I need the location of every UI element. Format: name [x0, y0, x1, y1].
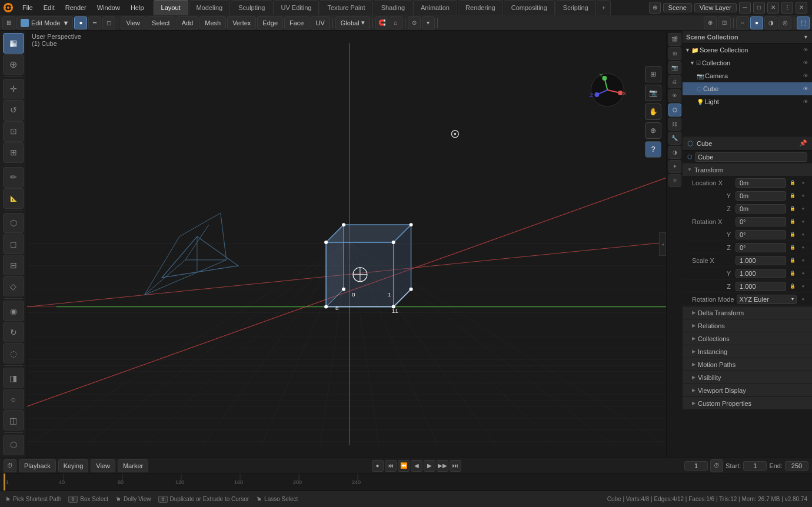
outliner-collection[interactable]: ▼ ☑ Collection 👁	[683, 56, 812, 69]
menu-file[interactable]: File	[18, 1, 38, 15]
start-frame[interactable]: 1	[743, 461, 767, 471]
cube-visibility[interactable]: 👁	[801, 85, 810, 93]
timeline-view-menu[interactable]: View	[91, 459, 115, 472]
snap-options[interactable]: ⌂	[390, 16, 402, 29]
timeline-clock[interactable]: ⏱	[710, 459, 723, 472]
mesh-menu[interactable]: Mesh	[199, 16, 226, 29]
viewport-icon-grid[interactable]: ⊞	[645, 66, 661, 82]
jump-to-start[interactable]: ⏮	[385, 460, 397, 472]
tool-extrude[interactable]: ⬡	[3, 435, 24, 455]
mesh-select-edge[interactable]: ━	[88, 16, 101, 29]
props-icon-render-layers[interactable]: ⊞	[668, 47, 681, 60]
layout-settings[interactable]: ⋮	[781, 2, 793, 14]
scale-x-value[interactable]: 1.000	[736, 256, 786, 265]
tool-move[interactable]: ✛	[3, 79, 24, 99]
scale-x-lock[interactable]: 🔒	[788, 256, 797, 265]
rotation-y-dot[interactable]: ●	[799, 231, 807, 239]
tool-smooth[interactable]: ◌	[3, 343, 24, 363]
props-icon-object[interactable]: ⬡	[668, 104, 681, 116]
shading-rendered[interactable]: ◎	[778, 16, 791, 29]
tab-scripting[interactable]: Scripting	[555, 0, 596, 15]
props-icon-scene[interactable]: 🎬	[668, 33, 681, 46]
scale-z-dot[interactable]: ●	[799, 282, 807, 291]
timeline-type-selector[interactable]: ⏱	[4, 459, 16, 472]
current-frame[interactable]: 1	[684, 461, 708, 471]
outliner-scene-collection[interactable]: ▼ 📁 Scene Collection 👁	[683, 44, 812, 56]
scene-collection-visibility[interactable]: 👁	[801, 46, 810, 54]
shading-material[interactable]: ◑	[764, 16, 777, 29]
menu-render[interactable]: Render	[61, 1, 91, 15]
tool-knife[interactable]: ◇	[3, 276, 24, 296]
viewport[interactable]: 0 1 8 11 X Y Z	[27, 31, 666, 458]
mesh-select-vertex[interactable]: ●	[74, 16, 87, 29]
scale-z-value[interactable]: 1.000	[736, 282, 786, 291]
blender-logo[interactable]	[2, 2, 14, 14]
rotation-y-lock[interactable]: 🔒	[788, 231, 797, 239]
face-menu[interactable]: Face	[284, 16, 309, 29]
props-icon-modifiers[interactable]: 🔧	[668, 132, 681, 145]
viewport-overlays[interactable]: ⊕	[704, 16, 717, 29]
view-menu[interactable]: View	[121, 16, 145, 29]
location-z-lock[interactable]: 🔒	[788, 205, 797, 213]
add-menu[interactable]: Add	[177, 16, 199, 29]
shading-solid[interactable]: ●	[750, 16, 763, 29]
tool-rip[interactable]: ◫	[3, 410, 24, 431]
rotation-x-lock[interactable]: 🔒	[788, 218, 797, 226]
motion-paths-section[interactable]: ▶ Motion Paths	[683, 358, 812, 371]
location-y-value[interactable]: 0m	[736, 191, 786, 201]
props-icon-output[interactable]: 🖨	[668, 75, 681, 88]
edge-menu[interactable]: Edge	[257, 16, 283, 29]
tool-scale[interactable]: ⊡	[3, 121, 24, 142]
window-close2[interactable]: ✕	[796, 2, 807, 14]
location-x-dot[interactable]: ●	[799, 179, 807, 187]
tool-loop-cut[interactable]: ⊟	[3, 255, 24, 275]
location-y-lock[interactable]: 🔒	[788, 192, 797, 200]
outliner-camera[interactable]: 📷 Camera 👁	[683, 69, 812, 82]
tool-annotate[interactable]: ✏	[3, 167, 24, 188]
relations-section[interactable]: ▶ Relations	[683, 319, 812, 332]
menu-help[interactable]: Help	[126, 1, 149, 15]
play-button[interactable]: ▶	[424, 460, 435, 472]
shading-wireframe[interactable]: ○	[736, 16, 749, 29]
mode-selector[interactable]: Edit Mode ▼	[16, 16, 73, 29]
select-menu[interactable]: Select	[147, 16, 175, 29]
rotation-y-value[interactable]: 0°	[736, 230, 786, 239]
xray-toggle[interactable]: ⬚	[797, 16, 810, 29]
step-back-keyframe[interactable]: ⏪	[398, 460, 410, 472]
viewport-expand-toggle[interactable]: ◂	[659, 232, 666, 256]
viewport-selector[interactable]: ⊞	[2, 16, 15, 29]
tab-sculpting[interactable]: Sculpting	[231, 0, 272, 15]
viewport-icon-cursor[interactable]: ⊕	[645, 122, 661, 139]
collections-section[interactable]: ▶ Collections	[683, 332, 812, 345]
viewport-icon-hand[interactable]: ✋	[645, 104, 661, 120]
outliner-cube[interactable]: ⬡ Cube 👁	[683, 82, 812, 95]
tab-texture-paint[interactable]: Texture Paint	[320, 0, 372, 15]
uv-menu[interactable]: UV	[311, 16, 330, 29]
tab-modeling[interactable]: Modeling	[189, 0, 231, 15]
tool-rotate[interactable]: ↺	[3, 100, 24, 121]
camera-visibility[interactable]: 👁	[801, 72, 810, 80]
menu-edit[interactable]: Edit	[39, 1, 59, 15]
props-icon-physics[interactable]: ⚛	[668, 174, 681, 187]
props-icon-shading[interactable]: ◑	[668, 146, 681, 159]
viewport-gizmos[interactable]: ⊡	[718, 16, 731, 29]
proportional-edit[interactable]: ⊙	[408, 16, 421, 29]
location-x-value[interactable]: 0m	[736, 178, 786, 188]
tool-transform[interactable]: ⊞	[3, 142, 24, 163]
location-z-dot[interactable]: ●	[799, 205, 807, 213]
tab-compositing[interactable]: Compositing	[504, 0, 555, 15]
tool-cursor[interactable]: ⊕	[3, 54, 24, 75]
rotation-x-value[interactable]: 0°	[736, 217, 786, 226]
scale-y-dot[interactable]: ●	[799, 269, 807, 278]
tool-poly-build[interactable]: ◉	[3, 301, 24, 321]
window-close[interactable]: ✕	[767, 2, 779, 14]
rotation-mode-dot[interactable]: ●	[799, 295, 807, 303]
scale-z-lock[interactable]: 🔒	[788, 282, 797, 291]
outliner-filter[interactable]: ▼	[803, 34, 808, 40]
tab-shading[interactable]: Shading	[374, 0, 412, 15]
jump-to-end[interactable]: ⏭	[450, 460, 461, 472]
window-minimize[interactable]: ─	[739, 2, 751, 14]
timeline-keying-menu[interactable]: Keying	[58, 459, 89, 472]
tool-shear[interactable]: ◨	[3, 368, 24, 388]
step-forward-frame[interactable]: ▶▶	[437, 460, 448, 472]
